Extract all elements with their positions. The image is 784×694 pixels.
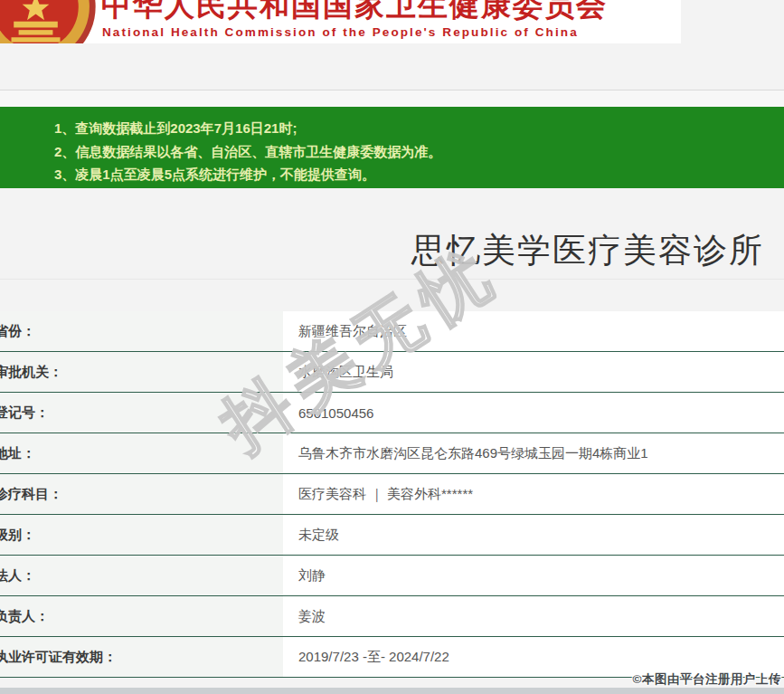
row-value: 姜波 <box>283 596 784 636</box>
table-row-address: 地址： 乌鲁木齐市水磨沟区昆仑东路469号绿城玉园一期4栋商业1 <box>0 433 784 474</box>
notice-line-3: 3、凌晨1点至凌晨5点系统进行维护，不能提供查询。 <box>54 163 766 186</box>
row-label: 法人： <box>0 556 283 595</box>
table-row-person-in-charge: 负责人： 姜波 <box>0 596 784 637</box>
header-substrip <box>0 90 784 107</box>
header-title-cn: 中华人民共和国国家卫生健康委员会 <box>101 0 608 26</box>
table-row-province: 省份： 新疆维吾尔自治区 <box>0 311 784 352</box>
prc-national-emblem-icon <box>0 0 97 43</box>
table-row-legal-person: 法人： 刘静 <box>0 556 784 596</box>
notice-line-2: 2、信息数据结果以各省、自治区、直辖市卫生健康委数据为准。 <box>54 140 766 164</box>
table-row-treatment-subjects: 诊疗科目： 医疗美容科 ｜ 美容外科****** <box>0 474 784 515</box>
row-label: 地址： <box>0 433 283 473</box>
row-label: 诊疗科目： <box>0 474 283 514</box>
table-row-approval-authority: 审批机关： 水磨沟区卫生局 <box>0 352 784 393</box>
header-title-en: National Health Commission of the People… <box>102 25 579 39</box>
table-row-level: 级别： 未定级 <box>0 515 784 556</box>
row-label: 登记号： <box>0 393 283 433</box>
row-value: 医疗美容科 ｜ 美容外科****** <box>283 474 784 514</box>
row-value: 新疆维吾尔自治区 <box>283 311 784 351</box>
row-label: 执业许可证有效期： <box>0 637 283 677</box>
row-value: 6501050456 <box>283 393 784 433</box>
institution-details-table: 省份： 新疆维吾尔自治区 审批机关： 水磨沟区卫生局 登记号： 65010504… <box>0 311 784 678</box>
row-label: 审批机关： <box>0 352 283 392</box>
row-label: 省份： <box>0 311 283 351</box>
notice-box: 1、查询数据截止到2023年7月16日21时; 2、信息数据结果以各省、自治区、… <box>0 107 784 188</box>
table-row-registration-number: 登记号： 6501050456 <box>0 393 784 433</box>
section-divider <box>0 279 784 280</box>
row-label: 级别： <box>0 515 283 555</box>
institution-name-title: 思忆美学医疗美容诊所 <box>389 228 784 273</box>
copyright-watermark: ©本图由平台注册用户上传 <box>633 671 781 688</box>
row-label: 负责人： <box>0 596 283 636</box>
row-value: 乌鲁木齐市水磨沟区昆仑东路469号绿城玉园一期4栋商业1 <box>283 433 784 473</box>
bottom-edge-bar <box>0 688 784 694</box>
row-value: 未定级 <box>283 515 784 555</box>
site-header[interactable]: 中华人民共和国国家卫生健康委员会 National Health Commiss… <box>0 0 681 43</box>
page: 中华人民共和国国家卫生健康委员会 National Health Commiss… <box>0 0 784 694</box>
notice-line-1: 1、查询数据截止到2023年7月16日21时; <box>54 117 766 140</box>
row-value: 刘静 <box>283 556 784 595</box>
row-value: 水磨沟区卫生局 <box>283 352 784 392</box>
